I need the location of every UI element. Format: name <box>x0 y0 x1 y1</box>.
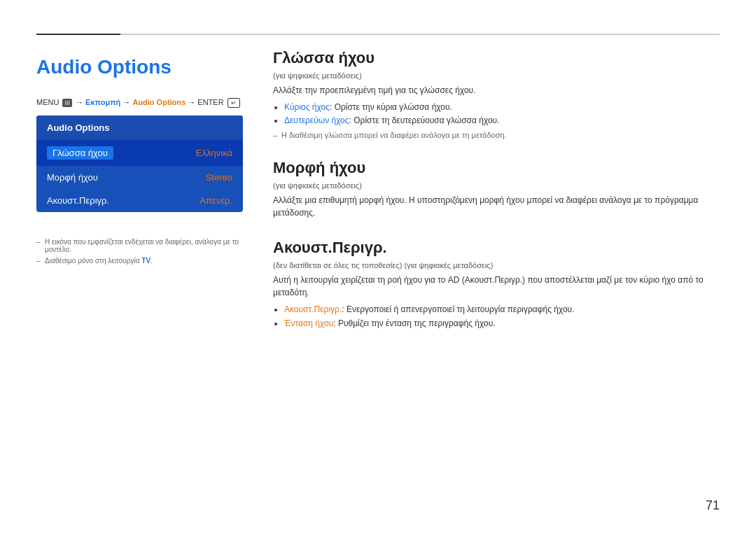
section-text-glosso: Αλλάξτε την προεπιλεγμένη τιμή για τις γ… <box>273 84 720 97</box>
menu-item-morfi[interactable]: Μορφή ήχου Stereo <box>36 166 243 189</box>
menu-item-glosso[interactable]: Γλώσσα ήχου Ελληνικά <box>36 140 243 166</box>
menu-box-title: Audio Options <box>36 115 243 140</box>
menu-note-1: Η εικόνα που εμφανίζεται ενδέχεται να δι… <box>36 238 243 253</box>
menu-item-label-akoust: Ακουστ.Περιγρ. <box>47 195 109 206</box>
menu-item-akoust[interactable]: Ακουστ.Περιγρ. Απενερ. <box>36 189 243 212</box>
menu-item-value-akoust: Απενερ. <box>200 195 232 206</box>
page-number: 71 <box>706 498 720 513</box>
section-subtitle-morfi: (για ψηφιακές μεταδόσεις) <box>273 181 720 190</box>
section-subtitle-akoust: (δεν διατίθεται σε όλες τις τοποθεσίες) … <box>273 261 720 269</box>
menu-item-label-morfi: Μορφή ήχου <box>47 172 98 183</box>
right-content: Γλώσσα ήχου (για ψηφιακές μεταδόσεις) Αλ… <box>273 49 720 350</box>
menu-icon: III <box>62 99 72 107</box>
arrow-1: → <box>76 98 85 106</box>
menu-path-item-2: Audio Options <box>132 98 186 106</box>
menu-item-value-morfi: Stereo <box>206 172 232 183</box>
bullet-list-akoust: Ακουστ.Περιγρ.: Ενεργοποιεί ή απενεργοπο… <box>284 303 720 330</box>
note-glosso: Η διαθέσιμη γλώσσα μπορεί να διαφέρει αν… <box>273 131 720 139</box>
menu-path-item-1: Εκπομπή <box>85 98 120 106</box>
menu-path-enter: ENTER <box>197 98 223 106</box>
bullet-item-kyrios: Κύριος ήχος: Ορίστε την κύρια γλώσσα ήχο… <box>284 101 720 114</box>
menu-notes: Η εικόνα που εμφανίζεται ενδέχεται να δι… <box>36 238 243 268</box>
section-text-morfi: Αλλάξτε μια επιθυμητή μορφή ήχου. Η υποσ… <box>273 194 720 219</box>
section-title-glosso: Γλώσσα ήχου <box>273 49 720 67</box>
page-title: Audio Options <box>36 56 172 78</box>
bullet-item-akoust-perigr: Ακουστ.Περιγρ.: Ενεργοποιεί ή απενεργοπο… <box>284 303 720 316</box>
menu-path: MENU III → Εκπομπή → Audio Options → ENT… <box>36 98 241 108</box>
menu-path-prefix: MENU <box>36 98 59 106</box>
link-akoust-perigr: Ακουστ.Περιγρ. <box>465 275 522 285</box>
section-akoust-perigr: Ακουστ.Περιγρ. (δεν διατίθεται σε όλες τ… <box>273 239 720 330</box>
section-morfi-ihou: Μορφή ήχου (για ψηφιακές μεταδόσεις) Αλλ… <box>273 159 720 219</box>
menu-note-2: Διαθέσιμο μόνο στη λειτουργία TV. <box>36 257 243 265</box>
bullet-item-entasi: Ένταση ήχου: Ρυθμίζει την ένταση της περ… <box>284 317 720 330</box>
section-title-morfi: Μορφή ήχου <box>273 159 720 177</box>
left-accent-line <box>36 34 120 35</box>
menu-item-value-glosso: Ελληνικά <box>196 148 232 158</box>
menu-box: Audio Options Γλώσσα ήχου Ελληνικά Μορφή… <box>36 115 243 212</box>
menu-item-label-glosso: Γλώσσα ήχου <box>47 146 113 160</box>
section-glosso-ihou: Γλώσσα ήχου (για ψηφιακές μεταδόσεις) Αλ… <box>273 49 720 139</box>
bullet-list-glosso: Κύριος ήχος: Ορίστε την κύρια γλώσσα ήχο… <box>284 101 720 127</box>
section-text-akoust: Αυτή η λειτουργία χειρίζεται τη ροή ήχου… <box>273 274 720 299</box>
arrow-3: → <box>188 98 197 106</box>
section-subtitle-glosso: (για ψηφιακές μεταδόσεις) <box>273 71 720 80</box>
arrow-2: → <box>122 98 132 106</box>
section-title-akoust: Ακουστ.Περιγρ. <box>273 239 720 257</box>
enter-icon: ↵ <box>227 98 240 108</box>
bullet-item-deutereuon: Δευτερεύων ήχος: Ορίστε τη δευτερεύουσα … <box>284 114 720 127</box>
top-divider <box>36 34 720 35</box>
